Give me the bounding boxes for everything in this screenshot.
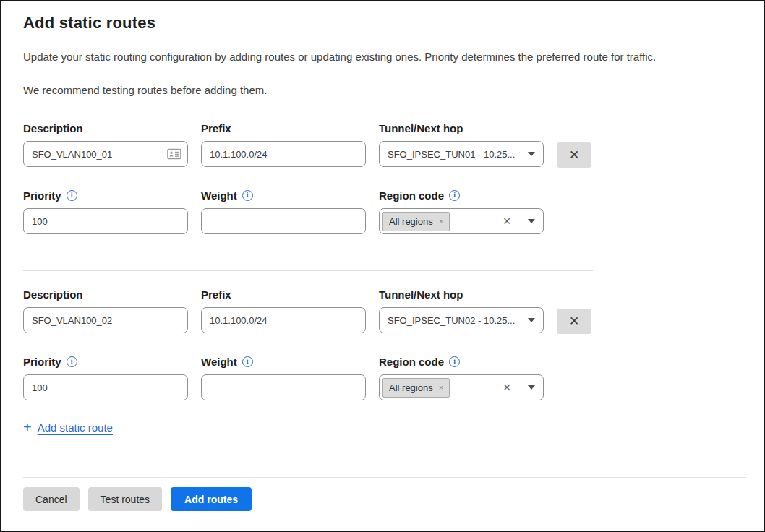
chevron-down-icon <box>528 318 535 322</box>
dialog-note: We recommend testing routes before addin… <box>23 84 742 96</box>
tunnel-label: Tunnel/Next hop <box>379 122 544 134</box>
tunnel-select[interactable]: SFO_IPSEC_TUN01 - 10.25... <box>379 141 544 167</box>
info-icon[interactable]: i <box>242 190 253 201</box>
region-tag-label: All regions <box>389 382 433 393</box>
region-field-1: Region code i All regions × ✕ <box>379 189 544 234</box>
weight-field-2: Weight i <box>201 356 366 400</box>
priority-field-2: Priority i <box>23 356 188 400</box>
description-label: Description <box>23 288 188 301</box>
priority-field-1: Priority i <box>23 189 188 234</box>
description-field-2: Description <box>23 288 188 333</box>
info-icon[interactable]: i <box>67 356 77 367</box>
description-input[interactable] <box>23 307 188 333</box>
remove-tag-icon[interactable]: × <box>439 218 443 226</box>
region-tag: All regions × <box>382 212 450 231</box>
weight-label: Weight <box>201 189 237 202</box>
route-group-2: Description Prefix Tunnel/Next hop SFO_I… <box>23 288 742 400</box>
tunnel-select[interactable]: SFO_IPSEC_TUN02 - 10.25... <box>379 307 544 333</box>
prefix-field-1: Prefix <box>201 122 366 167</box>
region-tag: All regions × <box>382 378 450 398</box>
info-icon[interactable]: i <box>449 190 460 201</box>
priority-input[interactable] <box>23 208 188 234</box>
tunnel-label: Tunnel/Next hop <box>379 288 544 301</box>
add-routes-button[interactable]: Add routes <box>171 487 252 511</box>
weight-input[interactable] <box>201 208 366 234</box>
remove-route-button[interactable]: ✕ <box>557 142 591 168</box>
region-tag-label: All regions <box>389 216 433 227</box>
add-static-route-link[interactable]: Add static route <box>38 421 113 434</box>
prefix-label: Prefix <box>201 122 366 134</box>
info-icon[interactable]: i <box>242 356 253 367</box>
weight-input[interactable] <box>201 374 366 400</box>
region-label: Region code <box>379 356 444 368</box>
region-label: Region code <box>379 189 444 202</box>
prefix-input[interactable] <box>201 307 366 333</box>
page-title: Add static routes <box>23 14 742 33</box>
add-static-routes-dialog: Add static routes Update your static rou… <box>0 0 765 532</box>
plus-icon: + <box>23 420 32 434</box>
chevron-down-icon <box>528 152 535 156</box>
tunnel-selected-value: SFO_IPSEC_TUN02 - 10.25... <box>388 315 522 326</box>
priority-label: Priority <box>23 189 61 202</box>
dialog-footer: Cancel Test routes Add routes <box>23 477 747 531</box>
tunnel-selected-value: SFO_IPSEC_TUN01 - 10.25... <box>388 149 522 160</box>
prefix-field-2: Prefix <box>201 288 366 333</box>
clear-selection-icon[interactable]: ✕ <box>503 216 511 226</box>
info-icon[interactable]: i <box>449 356 460 367</box>
prefix-label: Prefix <box>201 288 366 301</box>
weight-field-1: Weight i <box>201 189 366 234</box>
tunnel-field-1: Tunnel/Next hop SFO_IPSEC_TUN01 - 10.25.… <box>379 122 544 167</box>
cancel-button[interactable]: Cancel <box>23 487 80 511</box>
route-divider <box>23 270 593 271</box>
test-routes-button[interactable]: Test routes <box>88 487 162 511</box>
prefix-input[interactable] <box>201 141 366 167</box>
description-input[interactable] <box>23 141 188 167</box>
remove-tag-icon[interactable]: × <box>439 384 443 392</box>
region-code-select[interactable]: All regions × ✕ <box>379 208 544 234</box>
info-icon[interactable]: i <box>67 190 77 201</box>
description-label: Description <box>23 122 188 134</box>
priority-input[interactable] <box>23 374 188 400</box>
tunnel-field-2: Tunnel/Next hop SFO_IPSEC_TUN02 - 10.25.… <box>379 288 544 333</box>
remove-route-button[interactable]: ✕ <box>557 309 591 334</box>
region-code-select[interactable]: All regions × ✕ <box>379 374 544 400</box>
route-group-1: Description <box>23 122 742 234</box>
chevron-down-icon <box>528 385 535 390</box>
region-field-2: Region code i All regions × ✕ <box>379 356 544 400</box>
description-field-1: Description <box>23 122 188 167</box>
weight-label: Weight <box>201 356 237 368</box>
dialog-subtitle: Update your static routing configuration… <box>23 51 742 63</box>
priority-label: Priority <box>23 356 61 368</box>
clear-selection-icon[interactable]: ✕ <box>503 382 511 392</box>
chevron-down-icon <box>528 219 535 223</box>
